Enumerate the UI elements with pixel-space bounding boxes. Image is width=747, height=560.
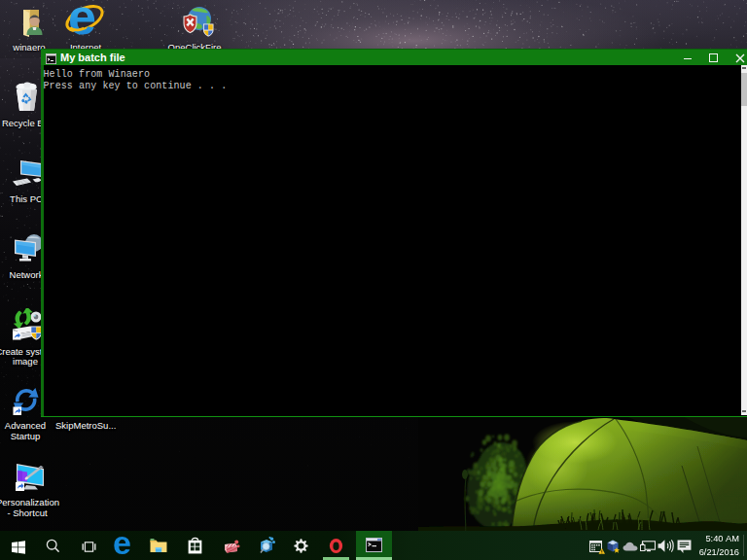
svg-text:e: e	[68, 0, 96, 40]
